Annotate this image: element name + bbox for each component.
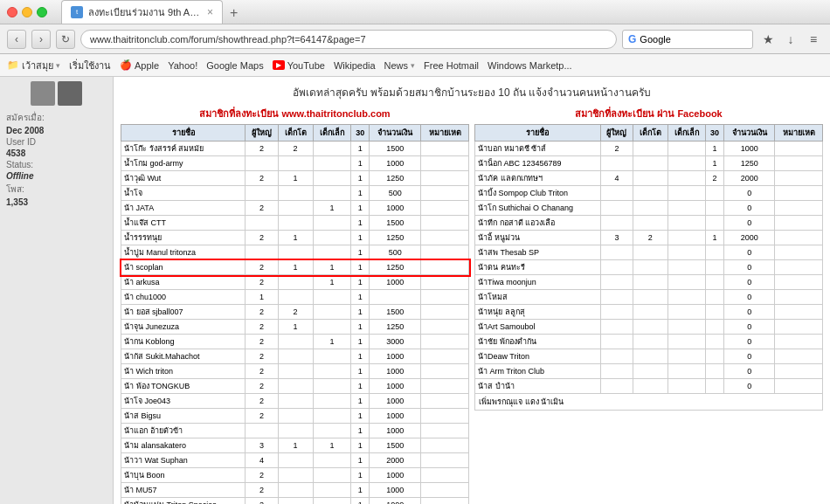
table-row: น้าอิ้ หนูม่วน3212000	[475, 231, 823, 245]
posts-value: 1,353	[4, 197, 108, 208]
table-row: น้าม alansakatero31111500	[121, 438, 469, 453]
youtube-icon: ▶	[273, 60, 285, 70]
back-button[interactable]: ‹	[7, 30, 26, 49]
bookmark-label: Google Maps	[206, 60, 263, 71]
table-row: น้า chu100011	[121, 290, 469, 305]
col-header-30: 30	[706, 125, 724, 142]
col-header-teen: เด็กโต	[278, 125, 313, 142]
tab-close-button[interactable]: ×	[207, 6, 213, 18]
new-tab-button[interactable]: +	[223, 3, 245, 24]
bookmark-start[interactable]: เริ่มใช้งาน	[69, 58, 111, 73]
browser-window: t ลงทะเบียนร่วมงาน 9th Ann... × + ‹ › ↻ …	[0, 0, 830, 504]
bookmark-label: Apple	[135, 60, 159, 71]
left-data-table: รายชื่อ ผู้ใหญ่ เด็กโต เด็กเล็ก 30 จำนวน…	[121, 124, 469, 504]
bookmark-label: Wikipedia	[334, 60, 376, 71]
col-header-teen: เด็กโต	[633, 125, 668, 142]
table-row: น้าภัค แลตกเกทษฯ422000	[475, 171, 823, 186]
bookmark-hotmail[interactable]: Free Hotmail	[424, 60, 479, 71]
content-area: อัพเดทล่าสุดครับ พร้อมด้วยสมาชิกบ้านระยอ…	[114, 77, 830, 504]
close-button[interactable]	[7, 7, 17, 17]
address-bar: ‹ › ↻ www.thaitritonclub.com/forum/showt…	[0, 24, 830, 54]
table-row: น้า ยอส sjball0072211500	[121, 305, 469, 320]
bookmark-label: YouTube	[287, 60, 325, 71]
table-row: น้า scoplan21111250	[121, 260, 469, 275]
table-row: น้า MU57211000	[121, 483, 469, 498]
table-row: น้าโก๊ะ รังสรรค์ สมหมัย2211500	[121, 142, 469, 156]
table-row: น้าArt Samoubol0	[475, 320, 823, 335]
table-row: น้าบิ้ง Sompop Club Triton0	[475, 186, 823, 201]
bookmark-windows[interactable]: Windows Marketp...	[488, 60, 572, 71]
user-id-value: 4538	[4, 148, 108, 159]
bookmark-wikipedia[interactable]: Wikipedia	[334, 60, 376, 71]
title-bar: t ลงทะเบียนร่วมงาน 9th Ann... × +	[0, 0, 830, 24]
table-row: น้ำโกม god-army11000	[121, 156, 469, 171]
table-row: น้าชัย พ้กองดำกัน0	[475, 335, 823, 349]
right-table-section: สมาชิกที่ลงทะเบียน ผ่าน Facebook รายชื่อ…	[474, 106, 823, 504]
table-row: น้าน็อก ABC 12345678911250	[475, 156, 823, 171]
table-row: น้ำโจ1500	[121, 186, 469, 201]
col-header-amount: จำนวนเงิน	[370, 125, 421, 142]
bookmark-youtube[interactable]: ▶ YouTube	[273, 60, 325, 71]
bookmark-apple[interactable]: 🍎 Apple	[120, 59, 159, 71]
maximize-button[interactable]	[37, 7, 47, 17]
join-date-value: Dec 2008	[4, 125, 108, 136]
table-row: น้าบ้อมแน่น Triton Species211000	[121, 498, 469, 505]
table-row: น้ากัส Sukit.Mahachot211000	[121, 349, 469, 364]
table-row: น้าDeaw Triton0	[475, 349, 823, 364]
col-header-30: 30	[351, 125, 370, 142]
active-tab[interactable]: t ลงทะเบียนร่วมงาน 9th Ann... ×	[61, 0, 223, 24]
table-row: น้าแอก อ้ายตัวข้า11000	[121, 424, 469, 438]
bookmark-news[interactable]: News ▾	[384, 60, 416, 71]
table-row: น้าโก Suthichai O Chanang0	[475, 201, 823, 216]
table-row: น้าสพ Thesab SP0	[475, 245, 823, 260]
table-row: น้าTiwa moonjun0	[475, 275, 823, 290]
bookmark-yahoo[interactable]: Yahoo!	[168, 60, 197, 71]
search-box[interactable]: G Google	[622, 30, 753, 49]
bookmark-label: เริ่มใช้งาน	[69, 58, 111, 73]
user-id-label: User ID	[4, 136, 108, 148]
col-header-adult: ผู้ใหญ่	[246, 125, 278, 142]
main-content: สมัครเมื่อ: Dec 2008 User ID 4538 Status…	[0, 77, 830, 504]
table-row: น้าจุน Junezuza2111250	[121, 320, 469, 335]
menu-icon[interactable]: ≡	[804, 30, 823, 49]
posts-label: โพส:	[4, 182, 108, 197]
bookmark-label: Yahoo!	[168, 60, 197, 71]
traffic-lights	[7, 7, 47, 17]
bookmark-label: News	[384, 60, 409, 71]
minimize-button[interactable]	[22, 7, 32, 17]
col-header-note: หมายเหต	[775, 125, 823, 142]
apple-icon: 🍎	[120, 59, 132, 71]
table-row: น้าส Bigsu211000	[121, 409, 469, 424]
table-row: น้าโจ Joe043211000	[121, 394, 469, 409]
table-row: น้ำรรรทนุย2111250	[121, 231, 469, 245]
download-icon[interactable]: ↓	[781, 30, 800, 49]
footer-note: เพิ่มพรกณุแจ แดง น้าเมิน	[475, 394, 823, 411]
col-header-adult: ผู้ใหญ่	[600, 125, 633, 142]
sidebar: สมัครเมื่อ: Dec 2008 User ID 4538 Status…	[0, 77, 114, 504]
bookmark-googlemaps[interactable]: Google Maps	[206, 60, 263, 71]
table-row: น้ำแจ๊ส CTT11500	[121, 216, 469, 231]
table-row: เพิ่มพรกณุแจ แดง น้าเมิน	[475, 394, 823, 411]
table-row: น้า JATA2111000	[121, 201, 469, 216]
sidebar-info: สมัครเมื่อ: Dec 2008 User ID 4538 Status…	[4, 110, 108, 208]
star-icon[interactable]: ★	[758, 30, 778, 49]
chevron-down-icon: ▾	[411, 61, 415, 70]
bookmark-label: Free Hotmail	[424, 60, 479, 71]
table-row: น้าวุฒิ Wut2111250	[121, 171, 469, 186]
table-row: น้าโหมส0	[475, 290, 823, 305]
table-row: น้า Wich triton211000	[121, 364, 469, 379]
table-row: น้า พ้อง TONGKUB211000	[121, 379, 469, 394]
url-bar[interactable]: www.thaitritonclub.com/forum/showthread.…	[80, 30, 617, 49]
tab-favicon: t	[71, 6, 83, 18]
table-row: น้าดน คนทะรี0	[475, 260, 823, 275]
bookmark-samuiy[interactable]: 📁 เว้าสมุย ▾	[7, 58, 60, 73]
chevron-down-icon: ▾	[56, 61, 60, 70]
forward-button[interactable]: ›	[31, 30, 51, 49]
join-date-label: สมัครเมื่อ:	[4, 110, 108, 125]
toolbar-icons: ★ ↓ ≡	[758, 30, 823, 49]
right-section-header: สมาชิกที่ลงทะเบียน ผ่าน Facebook	[474, 106, 823, 121]
bookmark-label: Windows Marketp...	[488, 60, 572, 71]
col-header-name: รายชื่อ	[121, 125, 246, 142]
tab-title: ลงทะเบียนร่วมงาน 9th Ann...	[88, 4, 202, 20]
refresh-button[interactable]: ↻	[56, 30, 75, 49]
